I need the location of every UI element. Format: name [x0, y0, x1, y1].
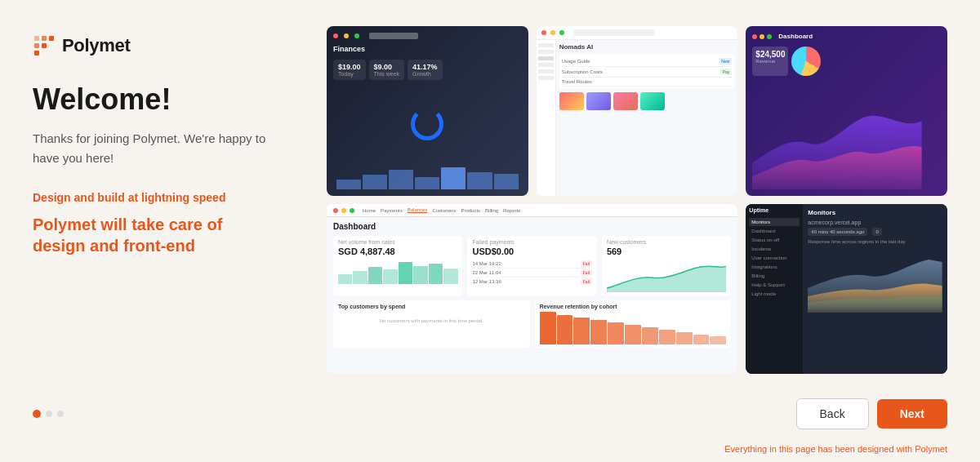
uptime-chart-label: Response time across regions in the last… — [808, 239, 942, 244]
next-button[interactable]: Next — [877, 399, 947, 429]
uptime-info-row: 40 mins 40 seconds ago 0 — [808, 228, 942, 236]
svg-rect-0 — [34, 36, 39, 41]
uptime-time: 40 mins 40 seconds ago — [808, 228, 867, 236]
stat2-label: Failed payments — [472, 239, 591, 245]
nav-payments: Payments — [381, 208, 403, 213]
svg-rect-3 — [34, 43, 39, 48]
bar — [415, 177, 439, 189]
menu-billing: Billing — [749, 272, 800, 280]
table-row: Travel Routes — [562, 78, 733, 87]
tagline-large: Polymet will take care of design and fro… — [33, 214, 294, 256]
tagline-small: Design and build at lightning speed — [33, 191, 294, 204]
sidebar-item — [538, 50, 554, 54]
uptime-content: Monitors acmecorp.vercel.app 40 mins 40 … — [803, 204, 947, 374]
mini-bar — [429, 264, 443, 285]
card4-list: 14 Mar 19:22 Fail 22 Mar 11:04 Fail 12 M… — [472, 260, 591, 286]
circle-chart — [411, 108, 443, 140]
card4-minibars — [338, 260, 457, 284]
nav-home: Home — [363, 208, 376, 213]
dot-yellow — [550, 30, 555, 35]
table-cell: Subscription Costs — [562, 69, 603, 74]
sidebar-item — [538, 76, 554, 80]
stat1-label: Net volume from sales — [338, 239, 457, 245]
welcome-title: Welcome! — [33, 83, 294, 116]
bottom-title-2: Revenue retention by cohort — [540, 304, 727, 309]
uptime-monitor-name: acmecorp.vercel.app — [808, 220, 942, 225]
dot-red — [333, 33, 338, 38]
card3-area-chart — [752, 84, 941, 189]
polymet-logo-icon — [33, 34, 56, 57]
menu-user: User connection — [749, 254, 800, 262]
bar — [336, 180, 361, 189]
menu-light: Light mode — [749, 290, 800, 298]
mini-image-2 — [586, 92, 611, 110]
dot-page-inactive-2 — [57, 411, 64, 417]
mini-bar — [353, 271, 367, 285]
uptime-sidebar: Uptime Monitors Dashboard Status on-off … — [746, 204, 803, 374]
area-svg — [607, 260, 726, 292]
bar — [389, 170, 413, 189]
card1-title: Finances — [333, 45, 522, 53]
card4-area — [607, 260, 726, 292]
stat3-label: New customers — [607, 239, 726, 245]
cohort-bar — [642, 327, 658, 344]
svg-rect-1 — [42, 36, 47, 41]
card2-content: Nomads AI Usage Guide New Subscription C… — [556, 40, 738, 196]
menu-status: Status on-off — [749, 236, 800, 244]
dot-red — [333, 208, 338, 213]
card4-stat3: New customers 569 — [602, 236, 731, 295]
bottom-title: Top customers by spend — [338, 304, 525, 309]
menu-integrations: Integrations — [749, 263, 800, 271]
card1-stat1: $19.00 Today — [333, 60, 366, 80]
uptime-score: 0 — [872, 228, 881, 236]
logo-area: Polymet — [33, 34, 294, 57]
card4-bottom-1: Top customers by spend No customers with… — [333, 300, 530, 348]
cohort-bar — [608, 322, 624, 344]
uptime-chart-area — [808, 247, 942, 316]
svg-rect-2 — [49, 36, 54, 41]
card3-title: Dashboard — [778, 33, 813, 40]
dot-green — [767, 34, 772, 39]
menu-dashboard: Dashboard — [749, 227, 800, 235]
table-cell: Travel Routes — [562, 79, 592, 84]
screenshot-card-2: Nomads AI Usage Guide New Subscription C… — [537, 26, 738, 196]
screenshot-card-4: Home Payments Balances Customers Product… — [327, 204, 737, 374]
sidebar-item-active — [538, 56, 554, 60]
cohort-bar — [676, 332, 693, 344]
card2-topbar — [537, 26, 738, 40]
bar — [363, 175, 387, 189]
welcome-desc: Thanks for joining Polymet. We're happy … — [33, 129, 294, 168]
nav-reports: Reports — [503, 208, 520, 213]
list-badge-fail: Fail — [581, 278, 592, 285]
bar — [467, 172, 492, 189]
list-row: 22 Mar 11:04 Fail — [472, 269, 591, 278]
card4-title: Dashboard — [333, 222, 731, 231]
svg-rect-4 — [42, 43, 47, 48]
stat3-val: 569 — [607, 247, 726, 256]
screenshots-grid: Finances $19.00 Today $9.00 This week 41… — [327, 26, 947, 387]
mini-bar — [399, 262, 412, 284]
bar — [441, 167, 466, 189]
uptime-brand: Uptime — [749, 207, 800, 213]
left-panel: Polymet Welcome! Thanks for joining Poly… — [33, 26, 294, 387]
cohort-bar — [557, 315, 573, 344]
dot-page-inactive-1 — [46, 411, 52, 417]
footer-note: Everything in this page has been designe… — [0, 444, 980, 462]
card4-stat2: Failed payments USD$0.00 14 Mar 19:22 Fa… — [467, 236, 596, 295]
area-fill — [607, 266, 726, 292]
cohort-bar — [659, 330, 675, 344]
mini-image-1 — [559, 92, 584, 110]
pagination-dots — [33, 410, 64, 418]
dot-green — [354, 33, 359, 38]
list-row: 14 Mar 19:22 Fail — [472, 260, 591, 269]
cohort-bar — [710, 336, 726, 344]
table-badge: Pay — [720, 69, 733, 75]
dot-yellow — [344, 33, 349, 38]
table-cell: Usage Guide — [562, 59, 590, 64]
back-button[interactable]: Back — [796, 398, 869, 429]
mini-images — [559, 92, 735, 110]
screenshot-card-1: Finances $19.00 Today $9.00 This week 41… — [327, 26, 528, 196]
bar — [494, 174, 519, 190]
dot-red — [752, 34, 757, 39]
cohort-bar — [625, 325, 641, 344]
